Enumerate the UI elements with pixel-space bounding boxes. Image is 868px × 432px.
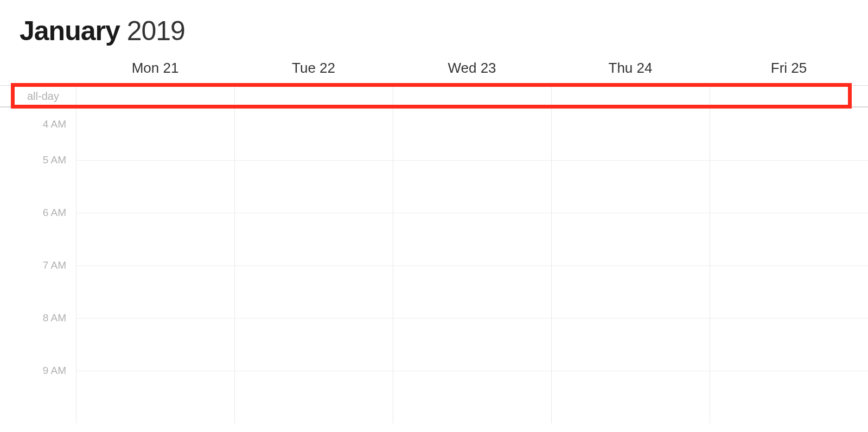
time-cell-tue-6am[interactable] [234, 213, 393, 265]
time-cell-thu-8am[interactable] [551, 318, 710, 371]
time-label-5am: 5 AM [43, 154, 66, 166]
time-cell-fri-8am[interactable] [710, 318, 868, 371]
day-header-wed[interactable]: Wed 23 [393, 60, 551, 85]
title-year: 2019 [127, 16, 185, 46]
day-headers-row: Mon 21 Tue 22 Wed 23 Thu 24 Fri 25 [0, 60, 868, 86]
all-day-label: all-day [0, 86, 76, 106]
time-cell-fri-6am[interactable] [710, 213, 868, 265]
day-header-thu[interactable]: Thu 24 [551, 60, 710, 85]
time-cell-fri-7am[interactable] [710, 265, 868, 318]
all-day-cell-tue[interactable] [234, 86, 393, 106]
time-label-cell: 4 AM [0, 107, 76, 160]
time-cell-tue-4am[interactable] [234, 107, 393, 160]
time-cell-thu-4am[interactable] [551, 107, 710, 160]
time-label-cell: 5 AM [0, 160, 76, 213]
calendar-header: January 2019 [0, 0, 868, 60]
time-cell-fri-4am[interactable] [710, 107, 868, 160]
day-header-fri[interactable]: Fri 25 [710, 60, 868, 85]
time-cell-wed-6am[interactable] [393, 213, 551, 265]
time-label-6am: 6 AM [43, 207, 66, 219]
all-day-cell-mon[interactable] [76, 86, 234, 106]
time-cell-fri-5am[interactable] [710, 160, 868, 213]
hour-line [76, 213, 868, 213]
time-label-8am: 8 AM [43, 312, 66, 324]
time-label-9am: 9 AM [43, 365, 66, 377]
time-cell-thu-9am[interactable] [551, 371, 710, 423]
time-cell-wed-8am[interactable] [393, 318, 551, 371]
time-row-9am: 9 AM [0, 371, 868, 423]
time-cell-thu-6am[interactable] [551, 213, 710, 265]
time-cell-mon-6am[interactable] [76, 213, 234, 265]
time-cell-tue-9am[interactable] [234, 371, 393, 423]
time-row-8am: 8 AM [0, 318, 868, 371]
time-cell-mon-7am[interactable] [76, 265, 234, 318]
title-month: January [20, 16, 120, 46]
time-cell-mon-4am[interactable] [76, 107, 234, 160]
time-cell-mon-9am[interactable] [76, 371, 234, 423]
time-row-5am: 5 AM [0, 160, 868, 213]
time-cell-wed-4am[interactable] [393, 107, 551, 160]
time-label-cell: 9 AM [0, 371, 76, 423]
time-label-cell: 7 AM [0, 265, 76, 318]
hour-line [76, 371, 868, 371]
time-cell-fri-9am[interactable] [710, 371, 868, 423]
time-grid: 4 AM 5 AM 6 AM 7 AM [0, 107, 868, 423]
time-row-7am: 7 AM [0, 265, 868, 318]
all-day-row: all-day [0, 86, 868, 107]
hour-line [76, 160, 868, 161]
hour-line [76, 318, 868, 319]
page-title: January 2019 [20, 15, 868, 47]
hour-line [76, 265, 868, 266]
all-day-cell-fri[interactable] [710, 86, 868, 106]
time-label-7am: 7 AM [43, 259, 66, 271]
time-cell-wed-5am[interactable] [393, 160, 551, 213]
time-cell-tue-5am[interactable] [234, 160, 393, 213]
day-header-tue[interactable]: Tue 22 [234, 60, 393, 85]
all-day-cell-thu[interactable] [551, 86, 710, 106]
day-header-mon[interactable]: Mon 21 [76, 60, 234, 85]
time-label-cell: 6 AM [0, 213, 76, 265]
time-label-4am: 4 AM [43, 118, 66, 130]
time-cell-mon-5am[interactable] [76, 160, 234, 213]
all-day-cell-wed[interactable] [393, 86, 551, 106]
time-cell-thu-5am[interactable] [551, 160, 710, 213]
time-cell-wed-9am[interactable] [393, 371, 551, 423]
time-cell-thu-7am[interactable] [551, 265, 710, 318]
time-row-4am: 4 AM [0, 107, 868, 160]
time-label-cell: 8 AM [0, 318, 76, 371]
time-cell-tue-7am[interactable] [234, 265, 393, 318]
time-cell-tue-8am[interactable] [234, 318, 393, 371]
time-cell-wed-7am[interactable] [393, 265, 551, 318]
time-cell-mon-8am[interactable] [76, 318, 234, 371]
time-row-6am: 6 AM [0, 213, 868, 265]
